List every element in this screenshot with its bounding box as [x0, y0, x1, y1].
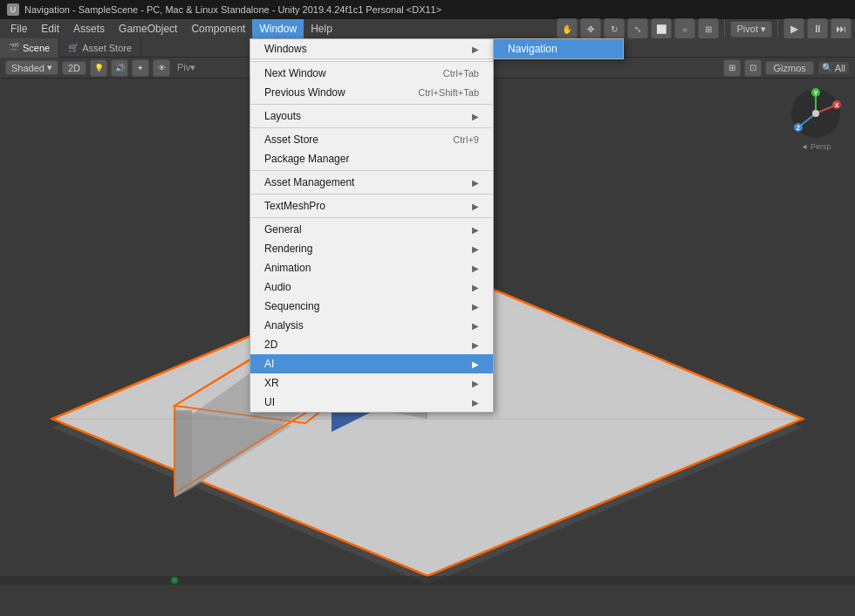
- menu-sequencing[interactable]: Sequencing ▶: [250, 297, 493, 316]
- rendering-label: Rendering: [264, 243, 312, 255]
- toolbar-sep-1: [724, 20, 725, 38]
- menu-help[interactable]: Help: [304, 19, 339, 38]
- ui-arrow-icon: ▶: [472, 398, 479, 407]
- toolbar-rect-btn[interactable]: ⬜: [651, 18, 672, 39]
- ui-label: UI: [264, 396, 275, 408]
- xr-label: XR: [264, 377, 279, 389]
- sep-5: [250, 194, 493, 195]
- menu-file[interactable]: File: [3, 19, 34, 38]
- sequencing-label: Sequencing: [264, 300, 319, 312]
- next-window-shortcut: Ctrl+Tab: [443, 68, 479, 79]
- menu-asset-management[interactable]: Asset Management ▶: [250, 173, 493, 192]
- menu-section-windows: Windows ▶: [250, 39, 493, 59]
- toolbar-pivot[interactable]: Pivot ▾: [730, 21, 772, 38]
- shading-label: Shaded: [11, 63, 44, 73]
- menu-analysis[interactable]: Analysis ▶: [250, 316, 493, 335]
- menu-xr[interactable]: XR ▶: [250, 373, 493, 393]
- menu-edit[interactable]: Edit: [34, 19, 66, 38]
- pause-button[interactable]: ⏸: [807, 18, 828, 39]
- toolbar-hand-btn[interactable]: ✋: [557, 18, 578, 39]
- scene-audio-btn[interactable]: 🔊: [111, 59, 128, 77]
- menu-windows[interactable]: Windows ▶: [250, 39, 493, 58]
- scene-snap-btn[interactable]: ⊡: [744, 59, 762, 77]
- svg-point-28: [812, 110, 819, 117]
- persp-prefix: ◄ Persp: [801, 142, 831, 151]
- play-button[interactable]: ▶: [783, 18, 804, 39]
- asset-management-label: Asset Management: [264, 176, 354, 188]
- menu-package-manager[interactable]: Package Manager: [250, 149, 493, 168]
- menu-layouts[interactable]: Layouts ▶: [250, 106, 493, 126]
- ai-label: AI: [264, 358, 274, 370]
- menu-asset-store[interactable]: Asset Store Ctrl+9: [250, 130, 493, 149]
- menu-window[interactable]: Window: [252, 19, 304, 38]
- scene-grid-btn[interactable]: ⊞: [723, 59, 741, 77]
- title-text: Navigation - SampleScene - PC, Mac & Lin…: [24, 4, 441, 15]
- 2d-menu-label: 2D: [264, 339, 277, 351]
- menu-component[interactable]: Component: [184, 19, 252, 38]
- menu-rendering[interactable]: Rendering ▶: [250, 239, 493, 258]
- toolbar-right: ✋ ✥ ↻ ⤡ ⬜ ⟐ ⊞ Pivot ▾ ▶ ⏸ ⏭: [557, 18, 852, 39]
- toolbar-rotate-btn[interactable]: ↻: [604, 18, 625, 39]
- svg-text:Z: Z: [796, 125, 800, 131]
- sequencing-arrow-icon: ▶: [472, 302, 479, 311]
- asset-store-shortcut: Ctrl+9: [453, 134, 479, 145]
- scene-hidden-btn[interactable]: 👁: [153, 59, 170, 77]
- search-container: 🔍 All: [817, 61, 850, 75]
- unity-icon: U: [7, 3, 19, 16]
- general-label: General: [264, 223, 302, 236]
- layouts-label: Layouts: [264, 110, 301, 122]
- svg-rect-17: [0, 576, 855, 585]
- sep-1: [250, 61, 493, 62]
- rendering-arrow-icon: ▶: [472, 244, 479, 254]
- search-icon: 🔍: [822, 63, 832, 72]
- search-all-label: All: [835, 63, 845, 73]
- animation-arrow-icon: ▶: [472, 264, 479, 273]
- svg-text:X: X: [834, 102, 838, 108]
- tab-asset-store[interactable]: 🛒 Asset Store: [59, 38, 141, 58]
- sep-6: [250, 217, 493, 218]
- tab-scene-label: Scene: [23, 43, 50, 53]
- menu-2d[interactable]: 2D ▶: [250, 335, 493, 354]
- prev-window-label: Previous Window: [264, 86, 345, 99]
- menu-general[interactable]: General ▶: [250, 220, 493, 239]
- asset-mgmt-arrow-icon: ▶: [472, 178, 479, 188]
- sep-4: [250, 170, 493, 171]
- gizmo-svg: Y X Z: [788, 86, 845, 142]
- windows-arrow-icon: ▶: [472, 44, 479, 54]
- tab-asset-store-label: Asset Store: [82, 43, 132, 53]
- toolbar-move-btn[interactable]: ✥: [580, 18, 601, 39]
- scene-tab-icon: 🎬: [9, 43, 19, 52]
- 2d-toggle[interactable]: 2D: [62, 61, 86, 75]
- scene-light-btn[interactable]: 💡: [90, 59, 107, 77]
- menu-ui[interactable]: UI ▶: [250, 393, 493, 412]
- menu-animation[interactable]: Animation ▶: [250, 258, 493, 277]
- orientation-gizmo[interactable]: Y X Z Persp ◄ Persp: [785, 86, 846, 160]
- menu-textmeshpro[interactable]: TextMeshPro ▶: [250, 196, 493, 216]
- tab-scene[interactable]: 🎬 Scene: [0, 38, 59, 58]
- menu-assets[interactable]: Assets: [66, 19, 112, 38]
- toolbar-scale-btn[interactable]: ⤡: [627, 18, 648, 39]
- scene-fx-btn[interactable]: ✦: [132, 59, 149, 77]
- next-window-label: Next Window: [264, 67, 326, 79]
- menu-bar: File Edit Assets GameObject Component Wi…: [0, 19, 855, 38]
- toolbar-custom-btn[interactable]: ⊞: [698, 18, 719, 39]
- scene-toolbar-right: ⊞ ⊡ Gizmos 🔍 All: [723, 59, 850, 77]
- submenu-navigation[interactable]: Navigation: [494, 39, 623, 58]
- menu-ai[interactable]: AI ▶: [250, 354, 493, 373]
- shading-dropdown[interactable]: Shaded ▾: [5, 60, 58, 75]
- menu-audio[interactable]: Audio ▶: [250, 277, 493, 297]
- step-button[interactable]: ⏭: [831, 18, 852, 39]
- menu-gameobject[interactable]: GameObject: [112, 19, 184, 38]
- menu-windows-label: Windows: [264, 43, 307, 55]
- menu-next-window[interactable]: Next Window Ctrl+Tab: [250, 64, 493, 83]
- gizmos-button[interactable]: Gizmos: [765, 61, 813, 75]
- menu-prev-window[interactable]: Previous Window Ctrl+Shift+Tab: [250, 83, 493, 102]
- window-menu: Windows ▶ Next Window Ctrl+Tab Previous …: [250, 38, 494, 413]
- animation-label: Animation: [264, 262, 311, 274]
- audio-label: Audio: [264, 281, 291, 293]
- package-manager-label: Package Manager: [264, 153, 349, 165]
- toolbar-transform-btn[interactable]: ⟐: [674, 18, 695, 39]
- toolbar-sep-2: [777, 20, 778, 38]
- xr-arrow-icon: ▶: [472, 379, 479, 388]
- navigation-label: Navigation: [508, 43, 557, 55]
